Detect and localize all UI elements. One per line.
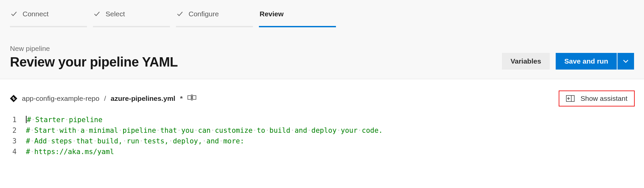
gutter-line-number: 4: [10, 146, 17, 157]
wizard-step-label: Review: [260, 10, 283, 18]
chevron-down-icon: [623, 58, 629, 64]
gutter-line-number: 2: [10, 125, 17, 136]
wizard-step-label: Connect: [23, 10, 48, 18]
breadcrumb-sep: /: [104, 94, 106, 102]
wizard-step-connect[interactable]: Connect: [10, 7, 87, 27]
dirty-indicator: *: [180, 94, 183, 102]
check-icon: [94, 11, 100, 17]
wizard-step-select[interactable]: Select: [93, 7, 170, 27]
panel-collapse-icon: [566, 95, 575, 102]
page-title: Review your pipeline YAML: [10, 55, 178, 70]
svg-rect-1: [193, 95, 196, 99]
save-and-run-split-button: Save and run: [556, 53, 634, 70]
save-and-run-dropdown[interactable]: [617, 53, 634, 70]
save-and-run-button[interactable]: Save and run: [556, 53, 617, 70]
yaml-editor[interactable]: 1234 #·Starter·pipeline#·Start·with·a·mi…: [0, 112, 644, 157]
show-assistant-button[interactable]: Show assistant: [559, 91, 634, 106]
check-icon: [177, 11, 183, 17]
wizard-step-label: Select: [106, 10, 125, 18]
code-line: #·Add·steps·that·build,·run·tests,·deplo…: [26, 136, 383, 146]
editor-gutter: 1234: [10, 114, 26, 157]
wizard-step-review[interactable]: Review: [259, 7, 336, 27]
svg-rect-0: [188, 95, 191, 99]
wizard-steps: ConnectSelectConfigureReview: [10, 0, 634, 27]
breadcrumb-file[interactable]: azure-pipelines.yml: [111, 94, 175, 102]
rename-icon[interactable]: [187, 94, 195, 102]
code-line: #·https://aka.ms/yaml: [26, 146, 383, 157]
check-icon: [11, 11, 17, 17]
wizard-step-label: Configure: [189, 10, 219, 18]
breadcrumb: app-config-example-repo / azure-pipeline…: [10, 94, 195, 102]
page-subtitle: New pipeline: [10, 45, 178, 53]
variables-button[interactable]: Variables: [502, 53, 550, 70]
repo-icon: [10, 95, 17, 102]
breadcrumb-repo[interactable]: app-config-example-repo: [22, 94, 99, 102]
gutter-line-number: 3: [10, 136, 17, 146]
gutter-line-number: 1: [10, 114, 17, 125]
code-line: #·Start·with·a·minimal·pipeline·that·you…: [26, 125, 383, 136]
show-assistant-label: Show assistant: [581, 94, 627, 102]
wizard-step-configure[interactable]: Configure: [176, 7, 253, 27]
editor-lines[interactable]: #·Starter·pipeline#·Start·with·a·minimal…: [26, 114, 383, 157]
code-line: #·Starter·pipeline: [26, 114, 383, 125]
